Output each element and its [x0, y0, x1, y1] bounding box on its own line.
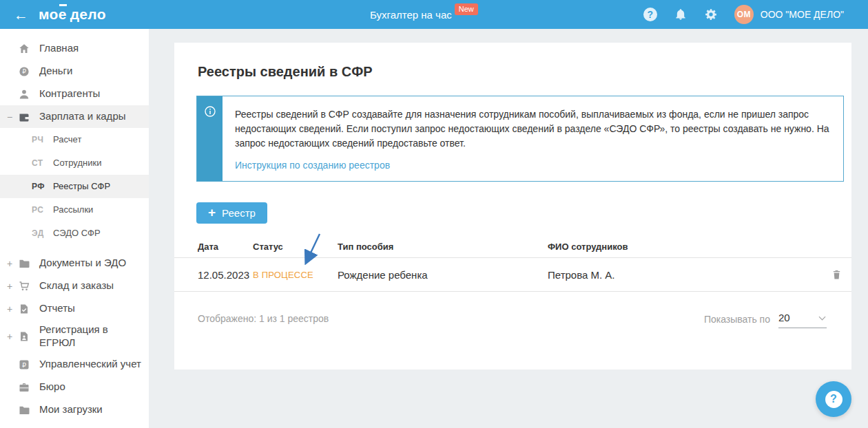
expand-plus-icon[interactable]: +	[6, 331, 14, 342]
help-fab-button[interactable]: ?	[816, 381, 851, 417]
wallet-icon	[18, 111, 30, 123]
column-header: ФИО сотрудников	[548, 242, 821, 252]
svg-text:₽: ₽	[22, 361, 26, 368]
sidebar-item-label: Бюро	[39, 381, 65, 394]
table-footer: Отображено: 1 из 1 реестров Показывать п…	[174, 313, 851, 328]
per-page-value: 20	[778, 312, 790, 323]
content-card: Реестры сведений в СФР Реестры сведений …	[174, 43, 851, 370]
logo-text: мо	[39, 6, 59, 22]
top-header: ← моедело Бухгалтер на час New ? ОМ ООО …	[0, 0, 868, 29]
sidebar-item-documents-edo[interactable]: +Документы и ЭДО	[0, 252, 149, 275]
sidebar-item-my-downloads[interactable]: Мои загрузки	[0, 398, 149, 421]
sidebar-item-label: Рассылки	[53, 204, 93, 215]
bell-icon[interactable]	[674, 8, 688, 21]
sidebar-item-label: Документы и ЭДО	[39, 257, 126, 270]
briefcase-icon	[18, 381, 30, 394]
table-header-row: ДатаСтатусТип пособияФИО сотрудников	[174, 236, 851, 258]
info-stripe	[197, 96, 223, 181]
sidebar-item-label: Расчет	[53, 134, 81, 145]
sidebar-item-label: Мои загрузки	[39, 403, 103, 416]
sidebar-item-code: РЧ	[32, 135, 48, 145]
page-title: Реестры сведений в СФР	[174, 43, 851, 80]
logo-accent-letter: е	[59, 6, 67, 22]
contractors-icon	[18, 88, 30, 100]
sidebar-item-label: Управленческий учет	[39, 358, 141, 371]
sidebar-item-label: Деньги	[39, 65, 72, 78]
app-logo[interactable]: моедело	[39, 6, 106, 23]
info-instruction-link[interactable]: Инструкция по созданию реестров	[235, 160, 390, 171]
money-icon: ₽	[18, 65, 30, 78]
row-actions	[821, 269, 851, 281]
sidebar-item-reports[interactable]: +Отчеты	[0, 297, 149, 320]
cart-icon	[18, 280, 30, 292]
per-page-control: Показывать по 20	[704, 313, 827, 328]
sidebar-item-warehouse-orders[interactable]: +Склад и заказы	[0, 275, 149, 297]
sidebar-item-label: Контрагенты	[39, 87, 100, 100]
header-actions: ? ОМ ООО "МОЕ ДЕЛО"	[643, 0, 844, 29]
row-benefit-type: Рождение ребенка	[338, 269, 548, 281]
sidebar-item-contractors[interactable]: Контрагенты	[0, 83, 149, 105]
main-content: Реестры сведений в СФР Реестры сведений …	[149, 29, 868, 428]
document-person-icon	[18, 330, 30, 343]
collapse-minus-icon[interactable]: −	[6, 111, 14, 122]
info-body: Реестры сведений в СФР создавайте для на…	[223, 96, 843, 181]
help-icon[interactable]: ?	[643, 8, 657, 21]
sidebar-item-mailings[interactable]: РСРассылки	[0, 198, 149, 222]
sidebar-item-label: Сотрудники	[53, 158, 101, 169]
sidebar-item-registries-sfr[interactable]: РФРеестры СФР	[0, 175, 149, 198]
sidebar-item-code: СТ	[32, 158, 48, 168]
sidebar-item-money[interactable]: ₽Деньги	[0, 60, 149, 83]
expand-plus-icon[interactable]: +	[6, 281, 14, 292]
add-registry-label: Реестр	[222, 207, 256, 219]
sidebar: Главная₽ДеньгиКонтрагенты−Зарплата и кад…	[0, 29, 149, 428]
info-circle-icon	[204, 105, 216, 118]
sidebar-item-egrul-registration[interactable]: +Регистрация в ЕГРЮЛ	[0, 320, 149, 353]
sidebar-item-bureau[interactable]: Бюро	[0, 376, 149, 398]
chevron-down-icon	[819, 313, 826, 320]
sidebar-item-calculation[interactable]: РЧРасчет	[0, 128, 149, 151]
per-page-select[interactable]: 20	[778, 312, 827, 328]
expand-plus-icon[interactable]: +	[6, 303, 14, 314]
svg-text:₽: ₽	[22, 68, 26, 75]
sidebar-item-label: Регистрация в ЕГРЮЛ	[39, 323, 121, 350]
avatar[interactable]: ОМ	[734, 5, 754, 24]
sidebar-item-label: Зарплата и кадры	[39, 110, 126, 123]
folder-icon	[18, 257, 30, 270]
new-badge: New	[455, 3, 478, 15]
expand-plus-icon[interactable]: +	[6, 258, 14, 269]
logo-suffix: дело	[70, 6, 106, 22]
sidebar-item-label: Реестры СФР	[53, 181, 110, 192]
sidebar-item-label: Отчеты	[39, 302, 75, 315]
column-header: Дата	[198, 242, 253, 252]
back-arrow-icon[interactable]: ←	[14, 8, 28, 22]
home-icon	[18, 43, 30, 55]
sidebar-item-label: Склад и заказы	[39, 279, 114, 292]
promo-link[interactable]: Бухгалтер на час	[370, 9, 452, 21]
plus-icon: +	[208, 206, 216, 219]
sidebar-item-employees[interactable]: СТСотрудники	[0, 151, 149, 175]
column-header: Статус	[253, 242, 338, 252]
info-text: Реестры сведений в СФР создавайте для на…	[235, 107, 829, 151]
sidebar-item-home[interactable]: Главная	[0, 37, 149, 60]
add-registry-button[interactable]: + Реестр	[196, 202, 267, 224]
sidebar-item-label: СЭДО СФР	[53, 228, 101, 239]
sidebar-item-sedo-sfr[interactable]: ЭДСЭДО СФР	[0, 222, 149, 245]
shown-count: Отображено: 1 из 1 реестров	[198, 313, 329, 324]
sidebar-item-management-accounting[interactable]: ₽Управленческий учет	[0, 353, 149, 376]
info-box: Реестры сведений в СФР создавайте для на…	[196, 96, 844, 182]
per-page-label: Показывать по	[704, 314, 770, 325]
sidebar-item-code: ЭД	[32, 228, 48, 238]
row-status-badge: В ПРОЦЕССЕ	[253, 270, 338, 280]
gear-icon[interactable]	[704, 8, 718, 21]
sidebar-item-code: РС	[32, 205, 48, 215]
report-icon	[18, 303, 30, 315]
sidebar-item-code: РФ	[32, 182, 48, 191]
row-employees: Петрова М. А.	[548, 269, 821, 281]
trash-icon[interactable]	[831, 269, 842, 281]
registry-table: ДатаСтатусТип пособияФИО сотрудников 12.…	[174, 236, 851, 292]
sidebar-item-salary[interactable]: −Зарплата и кадры	[0, 105, 149, 128]
row-date: 12.05.2023	[198, 269, 253, 281]
table-row[interactable]: 12.05.2023В ПРОЦЕССЕРождение ребенкаПетр…	[174, 258, 851, 292]
folder-icon	[18, 404, 30, 416]
company-name[interactable]: ООО "МОЕ ДЕЛО"	[761, 9, 844, 20]
